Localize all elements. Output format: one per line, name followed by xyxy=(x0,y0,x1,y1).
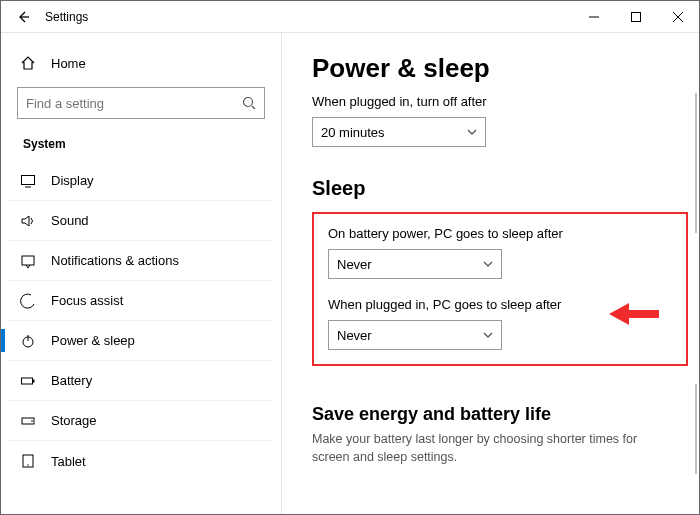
sidebar-item-battery[interactable]: Battery xyxy=(9,361,273,401)
display-icon xyxy=(19,173,37,189)
chevron-down-icon xyxy=(483,259,493,269)
screen-plugged-select[interactable]: 20 minutes xyxy=(312,117,486,147)
sidebar-item-display[interactable]: Display xyxy=(9,161,273,201)
nav-home[interactable]: Home xyxy=(9,45,273,81)
home-icon xyxy=(19,55,37,71)
select-value: 20 minutes xyxy=(321,125,385,140)
sidebar-item-label: Focus assist xyxy=(51,293,123,308)
window-title: Settings xyxy=(45,10,88,24)
svg-point-14 xyxy=(31,420,33,422)
notifications-icon xyxy=(19,253,37,269)
nav-home-label: Home xyxy=(51,56,86,71)
maximize-button[interactable] xyxy=(615,1,657,33)
svg-line-5 xyxy=(252,106,255,109)
search-input[interactable] xyxy=(26,96,242,111)
sidebar-item-sound[interactable]: Sound xyxy=(9,201,273,241)
select-value: Never xyxy=(337,328,372,343)
sidebar-item-label: Sound xyxy=(51,213,89,228)
sleep-heading: Sleep xyxy=(312,177,669,200)
chevron-down-icon xyxy=(467,127,477,137)
annotation-highlight-box: On battery power, PC goes to sleep after… xyxy=(312,212,688,366)
svg-point-16 xyxy=(27,464,28,465)
sidebar-item-label: Power & sleep xyxy=(51,333,135,348)
sidebar-item-notifications[interactable]: Notifications & actions xyxy=(9,241,273,281)
sound-icon xyxy=(19,213,37,229)
tablet-icon xyxy=(19,453,37,469)
energy-title: Save energy and battery life xyxy=(312,404,669,425)
sidebar-item-label: Battery xyxy=(51,373,92,388)
svg-rect-11 xyxy=(22,378,33,384)
sleep-plugged-select[interactable]: Never xyxy=(328,320,502,350)
main-content: Power & sleep When plugged in, turn off … xyxy=(282,33,699,514)
focus-assist-icon xyxy=(19,293,37,309)
close-button[interactable] xyxy=(657,1,699,33)
screen-plugged-label: When plugged in, turn off after xyxy=(312,94,669,109)
sidebar-item-focus-assist[interactable]: Focus assist xyxy=(9,281,273,321)
sidebar-item-label: Display xyxy=(51,173,94,188)
sidebar-item-storage[interactable]: Storage xyxy=(9,401,273,441)
svg-rect-17 xyxy=(627,310,659,318)
svg-marker-18 xyxy=(609,303,629,325)
sleep-battery-label: On battery power, PC goes to sleep after xyxy=(328,226,586,241)
sidebar-item-label: Storage xyxy=(51,413,97,428)
sidebar-item-power-sleep[interactable]: Power & sleep xyxy=(9,321,273,361)
sleep-battery-select[interactable]: Never xyxy=(328,249,502,279)
window-buttons xyxy=(573,1,699,33)
svg-rect-12 xyxy=(33,379,35,382)
power-icon xyxy=(19,333,37,349)
annotation-arrow-icon xyxy=(609,303,659,325)
svg-point-4 xyxy=(244,98,253,107)
search-box[interactable] xyxy=(17,87,265,119)
sleep-plugged-label: When plugged in, PC goes to sleep after xyxy=(328,297,586,312)
page-title: Power & sleep xyxy=(312,53,669,84)
storage-icon xyxy=(19,413,37,429)
battery-icon xyxy=(19,373,37,389)
svg-rect-1 xyxy=(632,12,641,21)
sidebar-item-label: Notifications & actions xyxy=(51,253,179,268)
minimize-button[interactable] xyxy=(573,1,615,33)
scrollbar[interactable] xyxy=(695,93,697,233)
svg-rect-8 xyxy=(22,256,34,265)
sidebar-section-label: System xyxy=(9,129,273,161)
back-arrow-icon xyxy=(16,10,30,24)
sidebar-item-tablet[interactable]: Tablet xyxy=(9,441,273,481)
back-button[interactable] xyxy=(9,3,37,31)
titlebar: Settings xyxy=(1,1,699,33)
energy-subtitle: Make your battery last longer by choosin… xyxy=(312,431,669,466)
svg-rect-6 xyxy=(22,175,35,184)
sidebar: Home System Display Sound Notifications … xyxy=(1,33,281,514)
sidebar-item-label: Tablet xyxy=(51,454,86,469)
select-value: Never xyxy=(337,257,372,272)
chevron-down-icon xyxy=(483,330,493,340)
scrollbar[interactable] xyxy=(695,384,697,474)
search-icon xyxy=(242,96,256,110)
